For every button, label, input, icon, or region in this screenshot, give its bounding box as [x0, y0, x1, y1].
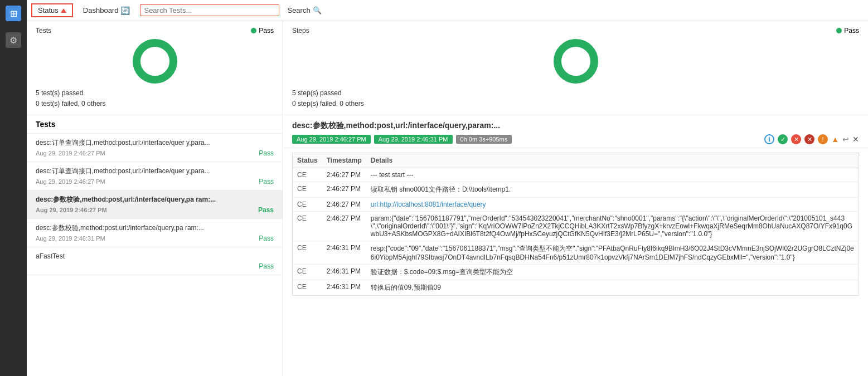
row-status: CE [297, 201, 318, 208]
row-status: CE [297, 267, 318, 275]
row-details: resp:{"code":"09","date":"1567061188371"… [366, 241, 859, 265]
test-list: desc:订单查询接口,method:post,url:/interface/q… [27, 134, 283, 376]
tests-pass-label: Pass [259, 27, 274, 35]
test-item-meta: Aug 29, 2019 2:46:27 PM Pass [36, 178, 274, 185]
detail-table-container: Status Timestamp Details CE 2:46:27 PM -… [283, 148, 868, 376]
test-item-status: Pass [259, 149, 274, 157]
test-item-title: aFastTest [36, 252, 274, 261]
test-item[interactable]: aFastTest Pass [27, 247, 283, 276]
test-list-header: Tests [27, 115, 283, 134]
sidebar: ⊞ ⚙ [0, 0, 27, 376]
action-icons: ℹ ✓ ✕ ✕ ! ▲ ↩ ✕ [764, 134, 859, 144]
right-panel: Steps Pass 5 step(s) passed 0 step(s) fa… [283, 21, 868, 376]
test-item[interactable]: desc:订单查询接口,method:post,url:/interface/q… [27, 162, 283, 191]
table-row: CE 2:46:27 PM --- test start --- [293, 168, 859, 182]
row-details: 验证数据：$.code=09;$.msg=查询类型不能为空 [366, 265, 859, 280]
tests-pass-indicator: Pass [251, 27, 274, 35]
status-tab-label: Status [38, 6, 59, 14]
left-summary: Tests Pass 5 test(s) passed 0 test(s) fa… [27, 21, 283, 115]
test-item-time: Aug 29, 2019 2:46:27 PM [36, 150, 105, 157]
table-row: CE 2:46:27 PM param:{"date":"15670611877… [293, 212, 859, 241]
x-red-icon[interactable]: ✕ [791, 134, 801, 144]
badges-row: Aug 29, 2019 2:46:27 PM Aug 29, 2019 2:4… [292, 134, 859, 144]
test-item-title: desc:参数校验,method:post,url:/interface/que… [36, 195, 274, 204]
table-row: CE 2:46:27 PM url:http://localhost:8081/… [293, 198, 859, 212]
tests-pass-dot [251, 28, 256, 33]
row-status: CE [297, 171, 318, 179]
row-timestamp: 2:46:31 PM [322, 241, 366, 265]
test-item[interactable]: desc:订单查询接口,method:post,url:/interface/q… [27, 134, 283, 162]
row-timestamp: 2:46:27 PM [322, 198, 366, 212]
test-item[interactable]: desc:参数校验,method:post,url:/interface/que… [27, 219, 283, 247]
table-row: CE 2:46:31 PM resp:{"code":"09","date":"… [293, 241, 859, 265]
steps-failed-count: 0 step(s) failed, 0 others [292, 99, 364, 109]
dashboard-tab-label: Dashboard [83, 6, 119, 14]
topbar: Status Dashboard 🔄 Search 🔍 [27, 0, 868, 21]
undo-icon[interactable]: ↩ [842, 135, 849, 144]
table-row: CE 2:46:31 PM 验证数据：$.code=09;$.msg=查询类型不… [293, 265, 859, 280]
warn-icon[interactable]: ! [818, 134, 828, 144]
status-tab[interactable]: Status [31, 3, 73, 17]
tests-donut-chart [133, 39, 177, 84]
test-item[interactable]: desc:参数校验,method:post,url:/interface/que… [27, 191, 283, 219]
table-row: CE 2:46:31 PM 转换后的值09,预期值09 [293, 280, 859, 296]
col-timestamp: Timestamp [322, 153, 366, 168]
steps-pass-label: Pass [844, 27, 859, 35]
dashboard-tab[interactable]: Dashboard 🔄 [77, 4, 136, 17]
row-status: CE [297, 185, 318, 193]
sidebar-icon-settings[interactable]: ⚙ [6, 32, 21, 48]
sort-arrow-icon [61, 8, 66, 13]
steps-summary: Steps Pass 5 step(s) passed 0 step(s) fa… [283, 21, 868, 115]
sidebar-icon-grid[interactable]: ⊞ [6, 6, 21, 21]
test-item-time: Aug 29, 2019 2:46:27 PM [36, 178, 105, 185]
test-item-meta: Aug 29, 2019 2:46:27 PM Pass [36, 206, 274, 214]
search-button[interactable]: Search 🔍 [284, 5, 324, 16]
row-details: 转换后的值09,预期值09 [366, 280, 859, 296]
row-timestamp: 2:46:31 PM [322, 280, 366, 296]
row-timestamp: 2:46:31 PM [322, 265, 366, 280]
row-timestamp: 2:46:27 PM [322, 182, 366, 198]
info-icon[interactable]: ℹ [764, 134, 774, 144]
col-status: Status [293, 153, 322, 168]
tests-failed-count: 0 test(s) failed, 0 others [36, 99, 105, 109]
search-input[interactable] [144, 6, 244, 14]
col-details: Details [366, 153, 859, 168]
table-row: CE 2:46:27 PM 读取私钥 shno0001文件路径：D:\\tool… [293, 182, 859, 198]
row-status: CE [297, 244, 318, 252]
search-container [140, 4, 279, 16]
test-item-meta: Aug 29, 2019 2:46:31 PM Pass [36, 235, 274, 242]
tests-stats: 5 test(s) passed 0 test(s) failed, 0 oth… [36, 88, 105, 109]
row-details: --- test start --- [366, 168, 859, 182]
tests-label: Tests [36, 27, 51, 35]
detail-table: Status Timestamp Details CE 2:46:27 PM -… [292, 153, 859, 296]
triangle-icon[interactable]: ▲ [831, 135, 839, 144]
search-icon: 🔍 [313, 6, 322, 14]
detail-header: desc:参数校验,method:post,url:/interface/que… [283, 115, 868, 148]
test-item-meta: Aug 29, 2019 2:46:27 PM Pass [36, 149, 274, 157]
url-link[interactable]: url:http://localhost:8081/interface/quer… [371, 201, 486, 208]
detail-badges: Aug 29, 2019 2:46:27 PM Aug 29, 2019 2:4… [292, 135, 512, 144]
test-item-status: Pass [259, 262, 274, 270]
test-item-status: Pass [259, 235, 274, 242]
test-item-title: desc:订单查询接口,method:post,url:/interface/q… [36, 138, 274, 148]
check-icon[interactable]: ✓ [778, 134, 788, 144]
row-timestamp: 2:46:27 PM [322, 212, 366, 241]
test-item-title: desc:订单查询接口,method:post,url:/interface/q… [36, 167, 274, 176]
row-details: param:{"date":"1567061187791","merOrderI… [366, 212, 859, 241]
detail-title: desc:参数校验,method:post,url:/interface/que… [292, 121, 859, 131]
content-area: Tests Pass 5 test(s) passed 0 test(s) fa… [27, 21, 868, 376]
badge-duration: 0h 0m 3s+905ms [456, 135, 512, 144]
dashboard-icon: 🔄 [120, 6, 130, 15]
tests-summary-block: Tests Pass 5 test(s) passed 0 test(s) fa… [36, 27, 274, 109]
steps-passed-count: 5 step(s) passed [292, 88, 364, 99]
steps-label: Steps [292, 27, 309, 35]
test-item-status: Pass [259, 178, 274, 185]
row-status: CE [297, 283, 318, 291]
search-button-label: Search [287, 6, 310, 14]
test-item-status: Pass [258, 206, 274, 214]
close-icon[interactable]: ✕ [852, 135, 859, 144]
steps-pass-dot [836, 28, 842, 33]
row-details: 读取私钥 shno0001文件路径：D:\\tools\\temp1. [366, 182, 859, 198]
test-item-time: Aug 29, 2019 2:46:31 PM [36, 235, 105, 242]
x-dark-icon[interactable]: ✕ [804, 134, 814, 144]
